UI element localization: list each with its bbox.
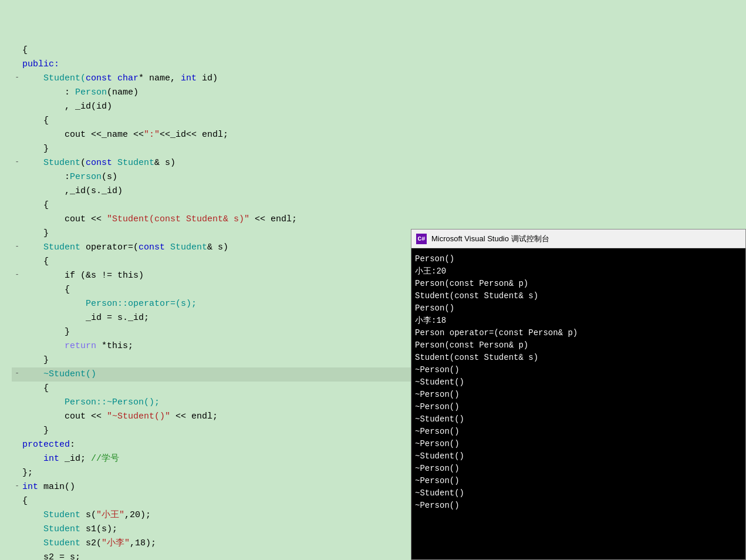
collapse-marker <box>12 410 22 410</box>
line-code: , _id(id) <box>22 100 746 113</box>
collapse-marker <box>12 114 22 114</box>
line-code: } <box>22 142 746 156</box>
line-code: public: <box>22 58 746 71</box>
collapse-marker <box>12 212 22 213</box>
console-window: C# Microsoft Visual Studio 调试控制台 Person(… <box>411 229 746 560</box>
collapse-marker <box>12 100 22 100</box>
code-line-l8: - Student(const Student& s) <box>12 156 746 170</box>
collapse-marker <box>12 311 22 312</box>
line-code: { <box>22 198 746 212</box>
collapse-marker <box>12 551 22 551</box>
collapse-marker <box>12 142 22 143</box>
code-line-l10: ,_id(s._id) <box>12 184 746 198</box>
collapse-marker <box>12 382 22 382</box>
collapse-marker <box>12 58 22 58</box>
console-icon-text: C# <box>417 235 425 242</box>
collapse-marker <box>12 494 22 495</box>
line-code: { <box>22 114 746 127</box>
collapse-marker[interactable]: - <box>12 156 22 168</box>
collapse-marker <box>12 128 22 129</box>
collapse-marker <box>12 438 22 438</box>
collapse-marker[interactable]: - <box>12 480 22 492</box>
collapse-marker <box>12 283 22 284</box>
line-code: cout << "Student(const Student& s)" << e… <box>22 212 746 226</box>
collapse-marker <box>12 43 22 44</box>
code-line-l0: { <box>12 43 746 58</box>
code-line-l2: - Student(const char* name, int id) <box>12 72 746 86</box>
code-line-l3: : Person(name) <box>12 86 746 100</box>
code-line-l12: cout << "Student(const Student& s)" << e… <box>12 212 746 227</box>
collapse-marker <box>12 339 22 340</box>
collapse-marker <box>12 170 22 171</box>
line-code: Student(const Student& s) <box>22 156 746 170</box>
code-line-l6: cout <<_name <<":"<<_id<< endl; <box>12 128 746 142</box>
line-code: : Person(name) <box>22 86 746 99</box>
collapse-marker[interactable]: - <box>12 269 22 281</box>
collapse-marker <box>12 184 22 185</box>
console-icon-badge: C# <box>416 234 427 244</box>
collapse-marker <box>12 227 22 227</box>
code-line-l5: { <box>12 114 746 128</box>
collapse-marker <box>12 297 22 298</box>
collapse-marker <box>12 396 22 396</box>
code-line-l4: , _id(id) <box>12 100 746 114</box>
collapse-marker[interactable]: - <box>12 367 22 379</box>
line-code: Student(const char* name, int id) <box>22 72 746 85</box>
console-title: Microsoft Visual Studio 调试控制台 <box>431 234 549 244</box>
console-titlebar: C# Microsoft Visual Studio 调试控制台 <box>411 230 745 248</box>
code-line-l7: } <box>12 142 746 156</box>
line-code: ,_id(s._id) <box>22 184 746 198</box>
line-code: cout <<_name <<":"<<_id<< endl; <box>22 128 746 141</box>
code-line-l11: { <box>12 198 746 212</box>
console-output: Person() 小王:20 Person(const Person& p) S… <box>411 248 745 559</box>
collapse-marker <box>12 353 22 354</box>
collapse-marker[interactable]: - <box>12 72 22 83</box>
collapse-marker <box>12 452 22 453</box>
line-code: :Person(s) <box>22 170 746 184</box>
collapse-marker <box>12 424 22 424</box>
code-line-l9: :Person(s) <box>12 170 746 184</box>
collapse-marker <box>12 466 22 467</box>
code-line-l1: public: <box>12 58 746 72</box>
collapse-marker[interactable]: - <box>12 241 22 252</box>
collapse-marker <box>12 198 22 199</box>
collapse-marker <box>12 255 22 255</box>
collapse-marker <box>12 508 22 509</box>
collapse-marker <box>12 86 22 86</box>
collapse-marker <box>12 325 22 326</box>
line-code: { <box>22 43 746 57</box>
collapse-marker <box>12 537 22 537</box>
collapse-marker <box>12 522 22 523</box>
